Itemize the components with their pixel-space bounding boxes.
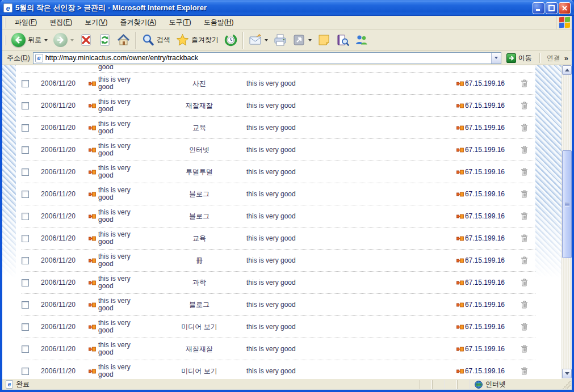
row-title[interactable]: this is very good — [98, 342, 140, 356]
home-button[interactable] — [114, 32, 133, 48]
mail-dropdown-icon[interactable] — [265, 39, 268, 41]
favorites-button[interactable]: 즐겨찾기 — [173, 32, 221, 48]
row-title[interactable]: this is very good — [98, 253, 140, 268]
mail-button[interactable] — [246, 32, 271, 48]
history-button[interactable] — [221, 32, 240, 48]
delete-icon[interactable] — [521, 79, 528, 87]
ip-icon — [456, 103, 464, 108]
close-button[interactable] — [559, 2, 571, 14]
row-checkbox[interactable] — [22, 235, 29, 242]
row-checkbox[interactable] — [22, 80, 29, 87]
ip-icon — [456, 236, 464, 241]
links-label[interactable]: 연결 — [546, 53, 562, 63]
address-field[interactable]: e http://may.minicactus.com/owner/entry/… — [33, 52, 501, 64]
delete-icon[interactable] — [521, 146, 528, 154]
row-checkbox[interactable] — [22, 168, 29, 176]
menu-view[interactable]: 보기(V) — [78, 16, 114, 29]
row-checkbox[interactable] — [22, 213, 29, 220]
delete-icon[interactable] — [521, 367, 528, 375]
row-title[interactable]: this is very good — [98, 120, 140, 135]
delete-icon[interactable] — [521, 234, 528, 242]
research-button[interactable] — [333, 32, 352, 48]
edit-dropdown-icon[interactable] — [308, 39, 312, 41]
scrollbar-thumb[interactable] — [562, 150, 572, 258]
row-checkbox[interactable] — [22, 279, 29, 286]
address-url[interactable]: http://may.minicactus.com/owner/entry/tr… — [45, 54, 491, 62]
menu-help[interactable]: 도움말(H) — [198, 16, 240, 29]
address-dropdown-button[interactable] — [491, 53, 501, 64]
row-checkbox[interactable] — [22, 323, 29, 331]
stop-button[interactable] — [77, 32, 95, 48]
toolbar-grip[interactable] — [5, 35, 6, 45]
row-title[interactable]: this is very good — [98, 231, 140, 246]
search-button[interactable]: 검색 — [139, 32, 173, 48]
status-text: 완료 — [16, 380, 30, 389]
delete-icon[interactable] — [521, 345, 528, 353]
row-checkbox[interactable] — [22, 368, 29, 375]
row-date: 2006/11/20 — [41, 345, 89, 353]
row-title[interactable]: this is very good — [98, 187, 140, 201]
vertical-scrollbar[interactable] — [562, 65, 572, 378]
resize-grip-icon[interactable] — [563, 381, 571, 389]
scroll-down-button[interactable] — [562, 369, 572, 378]
trackback-icon — [89, 103, 96, 108]
delete-icon[interactable] — [521, 279, 528, 286]
row-title[interactable]: this is very good — [98, 275, 140, 290]
scroll-up-button[interactable] — [562, 65, 572, 75]
delete-icon[interactable] — [521, 256, 528, 264]
row-category: 인터넷 — [157, 145, 242, 155]
menu-file[interactable]: 파일(F) — [9, 16, 43, 29]
row-date: 2006/11/20 — [41, 146, 89, 154]
go-button[interactable]: 이동 — [504, 53, 534, 64]
row-title[interactable]: this is very good — [98, 165, 140, 179]
row-title[interactable]: this is very good — [98, 319, 140, 334]
print-button[interactable] — [271, 32, 290, 48]
page-icon: e — [35, 54, 43, 62]
menubar-grip[interactable] — [5, 18, 6, 28]
page-content: good 2006/11/20 this is very good 사진 thi… — [2, 65, 562, 378]
edit-button[interactable] — [290, 32, 315, 48]
row-title[interactable]: this is very good — [98, 142, 140, 157]
menu-tools[interactable]: 도구(T) — [162, 16, 197, 29]
menu-favorites[interactable]: 즐겨찾기(A) — [114, 16, 162, 29]
row-checkbox[interactable] — [22, 146, 29, 154]
titlebar[interactable]: e 5월의 작은 선인장 > 글관리 - Microsoft Internet … — [0, 0, 574, 16]
messenger-button[interactable] — [352, 32, 371, 48]
delete-icon[interactable] — [521, 301, 528, 309]
row-checkbox[interactable] — [22, 301, 29, 309]
scrollbar-track[interactable] — [562, 75, 572, 369]
forward-button[interactable] — [51, 32, 77, 48]
row-checkbox[interactable] — [22, 257, 29, 264]
back-dropdown-icon[interactable] — [44, 39, 48, 41]
menu-edit[interactable]: 편집(E) — [43, 16, 78, 29]
row-checkbox[interactable] — [22, 102, 29, 109]
row-title[interactable]: this is very good — [98, 98, 140, 113]
delete-icon[interactable] — [521, 212, 528, 220]
row-title[interactable]: this is very good — [98, 76, 140, 91]
ip-icon — [456, 214, 464, 219]
trackback-table: good 2006/11/20 this is very good 사진 thi… — [16, 65, 535, 378]
delete-icon[interactable] — [521, 168, 528, 176]
chevron-down-icon — [495, 57, 498, 59]
row-title[interactable]: this is very good — [98, 209, 140, 224]
row-title[interactable]: this is very good — [98, 364, 140, 378]
row-date: 2006/11/20 — [41, 124, 89, 132]
minimize-button[interactable] — [533, 2, 544, 14]
delete-icon[interactable] — [521, 124, 528, 132]
row-excerpt: this is very good — [242, 279, 439, 286]
ip-icon — [456, 369, 464, 374]
row-title[interactable]: this is very good — [98, 297, 140, 312]
maximize-button[interactable] — [546, 2, 558, 14]
refresh-button[interactable] — [95, 32, 114, 48]
row-checkbox[interactable] — [22, 191, 29, 198]
delete-icon[interactable] — [521, 102, 528, 109]
delete-icon[interactable] — [521, 323, 528, 331]
discuss-button[interactable] — [315, 32, 333, 48]
back-button[interactable]: 뒤로 — [9, 32, 51, 48]
delete-icon[interactable] — [521, 190, 528, 198]
links-chevron-icon[interactable]: » — [564, 54, 569, 62]
forward-dropdown-icon[interactable] — [70, 39, 74, 41]
ip-icon — [456, 258, 464, 263]
row-checkbox[interactable] — [22, 345, 29, 353]
row-checkbox[interactable] — [22, 124, 29, 132]
